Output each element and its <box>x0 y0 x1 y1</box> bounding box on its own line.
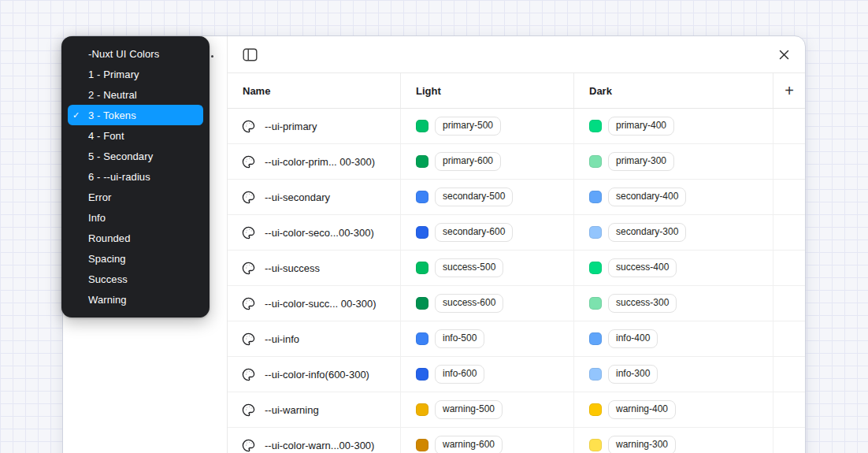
add-mode-button[interactable]: + <box>780 81 799 100</box>
light-value-pill[interactable]: info-600 <box>435 365 484 383</box>
light-color-swatch[interactable] <box>416 403 428 416</box>
dark-value-pill[interactable]: primary-400 <box>608 117 674 135</box>
menu-item-label: Rounded <box>87 232 130 244</box>
menu-item[interactable]: 4 - Font <box>68 125 203 146</box>
light-value-pill[interactable]: success-600 <box>435 294 503 312</box>
light-color-swatch[interactable] <box>416 155 428 168</box>
menu-item-label: 3 - Tokens <box>87 110 136 121</box>
dark-color-swatch[interactable] <box>589 191 602 203</box>
dark-color-swatch[interactable] <box>589 439 602 451</box>
light-value-pill[interactable]: secondary-500 <box>435 188 513 206</box>
light-color-swatch[interactable] <box>416 439 428 451</box>
table-row[interactable]: --ui-success success-500 success-400 <box>228 251 805 286</box>
dark-value-pill[interactable]: secondary-300 <box>608 223 686 241</box>
empty-cell <box>773 215 805 250</box>
empty-cell <box>773 321 805 356</box>
toggle-sidebar-button[interactable] <box>239 44 260 65</box>
light-value-cell: secondary-600 <box>400 215 573 250</box>
table-row[interactable]: --ui-color-seco...00-300) secondary-600 … <box>228 215 805 251</box>
dark-color-swatch[interactable] <box>589 403 602 416</box>
light-value-pill[interactable]: success-500 <box>435 258 503 277</box>
variables-table-body: --ui-primary primary-500 primary-400 --u… <box>228 109 805 453</box>
menu-item[interactable]: Warning <box>68 289 203 310</box>
menu-item[interactable]: 6 - --ui-radius <box>68 166 203 187</box>
partial-chevron-dot <box>211 55 213 58</box>
dark-value-pill[interactable]: success-300 <box>608 294 677 312</box>
light-value-cell: primary-500 <box>400 109 573 143</box>
light-color-swatch[interactable] <box>416 262 428 274</box>
empty-cell <box>773 357 805 392</box>
menu-item[interactable]: Info <box>68 207 203 228</box>
table-row[interactable]: --ui-color-warn...00-300) warning-600 wa… <box>228 428 805 453</box>
panel-toolbar <box>228 36 805 73</box>
dark-color-swatch[interactable] <box>589 120 602 132</box>
dark-value-pill[interactable]: primary-300 <box>608 152 674 170</box>
menu-item[interactable]: Rounded <box>68 228 203 248</box>
menu-item[interactable]: Success <box>68 269 203 289</box>
light-value-pill[interactable]: info-500 <box>435 329 484 347</box>
table-row[interactable]: --ui-color-succ... 00-300) success-600 s… <box>228 286 805 321</box>
menu-item[interactable]: 2 - Neutral <box>68 84 203 105</box>
light-value-pill[interactable]: warning-600 <box>435 436 503 453</box>
name-cell: --ui-secondary <box>228 180 400 214</box>
menu-item-label: 2 - Neutral <box>87 89 137 101</box>
menu-item-label: Info <box>87 212 106 224</box>
light-value-pill[interactable]: primary-500 <box>435 117 501 135</box>
menu-item-label: Error <box>87 191 111 203</box>
menu-item[interactable]: ✓ 3 - Tokens <box>68 105 203 125</box>
dark-color-swatch[interactable] <box>589 155 602 168</box>
light-color-swatch[interactable] <box>416 297 428 310</box>
table-row[interactable]: --ui-color-info(600-300) info-600 info-3… <box>228 357 805 392</box>
dark-color-swatch[interactable] <box>589 332 602 345</box>
checkmark-icon: ✓ <box>68 110 87 121</box>
table-row[interactable]: --ui-secondary secondary-500 secondary-4… <box>228 180 805 215</box>
dark-value-pill[interactable]: info-400 <box>608 329 658 347</box>
name-cell: --ui-success <box>228 251 400 285</box>
menu-item[interactable]: Error <box>68 187 203 207</box>
light-color-swatch[interactable] <box>416 120 428 132</box>
empty-cell <box>773 144 805 179</box>
close-panel-button[interactable] <box>773 44 794 65</box>
empty-cell <box>773 251 805 285</box>
table-row[interactable]: --ui-info info-500 info-400 <box>228 321 805 357</box>
variable-name: --ui-color-prim... 00-300) <box>265 156 375 168</box>
variable-name: --ui-success <box>265 262 320 274</box>
name-cell: --ui-color-succ... 00-300) <box>228 286 400 321</box>
dark-color-swatch[interactable] <box>589 226 602 239</box>
light-color-swatch[interactable] <box>416 368 428 381</box>
dark-color-swatch[interactable] <box>589 262 602 274</box>
dark-value-cell: success-400 <box>573 251 773 285</box>
menu-item[interactable]: 5 - Secondary <box>68 146 203 166</box>
dark-color-swatch[interactable] <box>589 368 602 381</box>
name-cell: --ui-info <box>228 321 400 356</box>
menu-item-label: -Nuxt UI Colors <box>87 48 159 60</box>
table-row[interactable]: --ui-warning warning-500 warning-400 <box>228 392 805 428</box>
name-cell: --ui-primary <box>228 109 400 143</box>
dark-value-pill[interactable]: secondary-400 <box>608 188 686 206</box>
collections-menu: -Nuxt UI Colors 1 - Primary 2 - Neutral … <box>61 36 210 317</box>
light-color-swatch[interactable] <box>416 332 428 345</box>
menu-item[interactable]: Spacing <box>68 248 203 269</box>
light-value-pill[interactable]: warning-500 <box>435 400 503 418</box>
table-row[interactable]: --ui-color-prim... 00-300) primary-600 p… <box>228 144 805 180</box>
dark-value-pill[interactable]: success-400 <box>608 258 677 277</box>
variable-name: --ui-color-succ... 00-300) <box>265 298 377 310</box>
table-row[interactable]: --ui-primary primary-500 primary-400 <box>228 109 805 144</box>
menu-item[interactable]: -Nuxt UI Colors <box>68 43 203 64</box>
light-value-cell: success-500 <box>400 251 573 285</box>
variable-name: --ui-color-warn...00-300) <box>265 440 374 451</box>
dark-color-swatch[interactable] <box>589 297 602 310</box>
dark-value-cell: info-400 <box>573 321 773 356</box>
light-value-pill[interactable]: primary-600 <box>435 152 501 170</box>
menu-item[interactable]: 1 - Primary <box>68 64 203 84</box>
dark-value-pill[interactable]: warning-400 <box>608 400 676 418</box>
light-color-swatch[interactable] <box>416 226 428 239</box>
light-value-pill[interactable]: secondary-600 <box>435 223 513 241</box>
palette-icon <box>242 191 255 204</box>
empty-cell <box>773 286 805 321</box>
dark-value-pill[interactable]: info-300 <box>608 365 658 383</box>
menu-item-label: 1 - Primary <box>87 69 139 80</box>
light-color-swatch[interactable] <box>416 191 428 203</box>
dark-value-pill[interactable]: warning-300 <box>608 436 676 453</box>
menu-item-label: Spacing <box>87 253 126 265</box>
